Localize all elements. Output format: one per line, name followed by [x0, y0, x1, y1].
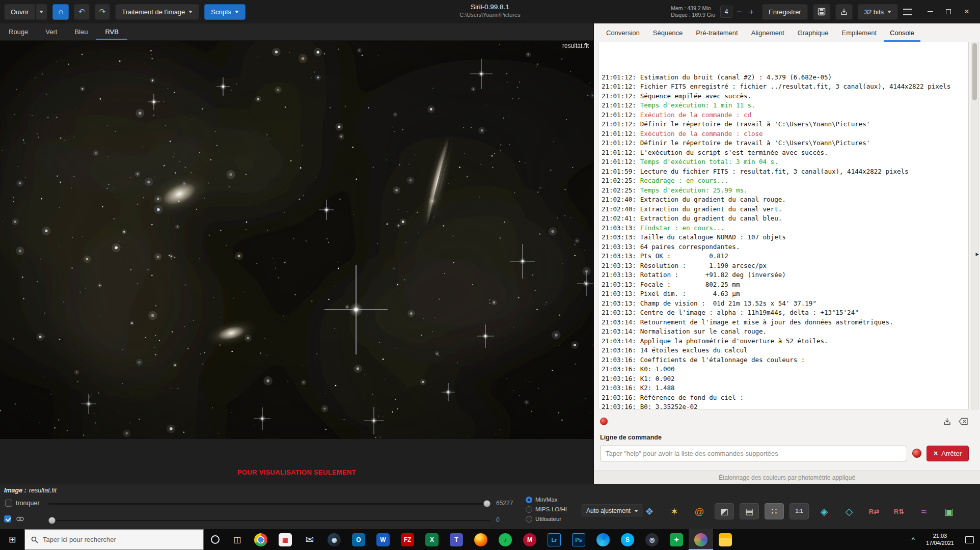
- taskbar-app-explorer[interactable]: [713, 529, 738, 550]
- taskbar-app-mail[interactable]: ✉: [297, 529, 322, 550]
- console-scrollbar[interactable]: [971, 42, 978, 409]
- scripts-menu[interactable]: Scripts: [204, 4, 246, 20]
- save-as-button[interactable]: [813, 4, 830, 20]
- taskbar-app-outlook[interactable]: O: [346, 529, 371, 550]
- taskbar-app-skype[interactable]: S: [615, 529, 640, 550]
- astro-image[interactable]: [0, 41, 593, 439]
- export-log-button[interactable]: [942, 416, 952, 427]
- taskbar-app-firefox[interactable]: [469, 529, 493, 550]
- open-dropdown-button[interactable]: [35, 4, 47, 20]
- notification-center-icon[interactable]: [965, 536, 974, 543]
- taskbar-app-photoshop[interactable]: Ps: [566, 529, 591, 550]
- taskbar-app-chrome[interactable]: [249, 529, 273, 550]
- maximize-button[interactable]: [939, 3, 958, 20]
- display-mode-user[interactable]: Utilisateur: [526, 514, 567, 524]
- taskbar-app-sharex[interactable]: ✦: [664, 529, 689, 550]
- tab-rouge[interactable]: Rouge: [0, 23, 37, 40]
- task-view-button[interactable]: ◫: [226, 529, 249, 550]
- star-detection-icon[interactable]: ✶: [665, 503, 684, 519]
- minimize-button[interactable]: [921, 3, 939, 20]
- close-button[interactable]: ×: [958, 3, 976, 20]
- annotations-icon[interactable]: @: [690, 503, 709, 519]
- panel-expand-arrow[interactable]: ▸: [975, 251, 979, 257]
- tab-conversion[interactable]: Conversion: [600, 23, 646, 42]
- zoom-one-icon[interactable]: 1:1: [790, 503, 809, 519]
- display-mode-mips[interactable]: MIPS-LO/HI: [526, 505, 567, 514]
- slider-track[interactable]: [48, 520, 491, 521]
- taskbar-clock[interactable]: 21:03 17/04/2021: [926, 533, 954, 546]
- pixel-grid-icon[interactable]: ∷: [765, 503, 784, 519]
- compositing-icon[interactable]: ❖: [640, 503, 659, 519]
- low-threshold-slider[interactable]: [48, 517, 491, 524]
- tab-pretraitement[interactable]: Pré-traitement: [690, 23, 744, 42]
- histogram-icon[interactable]: ≈: [914, 503, 934, 519]
- thread-increase-button[interactable]: +: [746, 6, 757, 17]
- rgb-split-icon[interactable]: R⇄: [864, 503, 884, 519]
- command-input[interactable]: [600, 446, 907, 461]
- console-log[interactable]: 21:01:12:Estimation du bruit (canal #2) …: [598, 42, 969, 409]
- slider-handle[interactable]: [483, 500, 491, 507]
- taskbar-app-mcafee[interactable]: M: [518, 529, 542, 550]
- taskbar-app-teams[interactable]: T: [444, 529, 469, 550]
- rgb-align-icon[interactable]: R⇅: [889, 503, 909, 519]
- hamburger-menu-button[interactable]: [903, 9, 912, 15]
- display-mode-minmax[interactable]: Min/Max: [526, 495, 567, 504]
- console-line: 21:01:12:Exécution de la commande : cd: [602, 111, 965, 120]
- tab-empilement[interactable]: Empilement: [835, 23, 883, 42]
- thread-decrease-button[interactable]: −: [733, 6, 745, 17]
- undo-button[interactable]: ↶: [74, 4, 90, 20]
- tab-vert[interactable]: Vert: [37, 23, 66, 40]
- scrollbar-thumb[interactable]: [972, 43, 977, 100]
- home-button[interactable]: ⌂: [52, 4, 69, 20]
- start-button[interactable]: ⊞: [0, 529, 24, 550]
- image-viewport[interactable]: resultat.fit POUR VISUALISATION SEULEMEN…: [0, 41, 593, 484]
- image-stack-icon[interactable]: ▣: [939, 503, 959, 519]
- redo-button[interactable]: ↷: [95, 4, 111, 20]
- taskbar-app-filezilla[interactable]: FZ: [395, 529, 420, 550]
- console-line: 21:03:13:Focale : 802.25 mm: [602, 280, 965, 290]
- console-line: 21:03:16:14 étoiles exclues du calcul: [602, 346, 965, 355]
- taskbar-app-spotify[interactable]: ♪: [493, 529, 518, 550]
- recording-indicator-icon: [600, 418, 608, 425]
- taskbar-search[interactable]: Taper ici pour rechercher: [24, 529, 204, 550]
- tab-rvb[interactable]: RVB: [96, 23, 127, 40]
- cortana-button[interactable]: [204, 529, 226, 550]
- export-button[interactable]: [835, 4, 853, 20]
- image-processing-menu[interactable]: Traitement de l'image: [115, 4, 199, 20]
- taskbar-app-edge[interactable]: [591, 529, 615, 550]
- high-threshold-slider[interactable]: [48, 500, 491, 507]
- console-line: 21:03:16:K0: 1.000: [602, 365, 965, 374]
- save-button[interactable]: Enregistrer: [762, 4, 808, 20]
- taskbar-app-siril[interactable]: [689, 529, 713, 550]
- photometry-icon[interactable]: ◇: [839, 503, 859, 519]
- slider-track[interactable]: [48, 503, 491, 505]
- tray-overflow-chevron[interactable]: ^: [912, 536, 915, 543]
- taskbar-app-store[interactable]: ▦: [273, 529, 297, 550]
- network-status-icon[interactable]: [912, 449, 921, 458]
- bit-depth-dropdown[interactable]: 32 bits: [858, 4, 898, 20]
- background-extraction-icon[interactable]: ▤: [740, 503, 759, 519]
- astrometry-icon[interactable]: ◈: [814, 503, 834, 519]
- link-channels-checkbox[interactable]: [4, 515, 11, 522]
- tab-sequence[interactable]: Séquence: [647, 23, 689, 42]
- taskbar-app-word[interactable]: W: [371, 529, 395, 550]
- task-view-icon: ◫: [233, 535, 241, 544]
- taskbar-app-steam[interactable]: ◉: [322, 529, 346, 550]
- taskbar-app-lightroom[interactable]: Lr: [542, 529, 566, 550]
- tab-alignement[interactable]: Alignement: [745, 23, 791, 42]
- console-line: 21:03:14:Applique la photométrie d'ouver…: [602, 337, 965, 346]
- negative-view-icon[interactable]: ◩: [715, 503, 734, 519]
- console-line: 21:02:25:Recadrage : en cours...: [602, 176, 965, 186]
- stop-button[interactable]: ×Arrêter: [927, 446, 969, 461]
- clear-console-button[interactable]: [958, 417, 969, 426]
- open-button[interactable]: Ouvrir: [4, 4, 35, 20]
- tab-console[interactable]: Console: [884, 23, 920, 42]
- tab-bleu[interactable]: Bleu: [66, 23, 96, 40]
- taskbar-app-obs[interactable]: ◎: [640, 529, 664, 550]
- auto-adjust-dropdown[interactable]: Auto ajustement: [581, 504, 644, 517]
- tab-graphique[interactable]: Graphique: [792, 23, 835, 42]
- slider-handle[interactable]: [48, 517, 56, 524]
- app-title: Siril-0.99.8.1: [459, 3, 520, 11]
- truncate-checkbox[interactable]: tronquer: [5, 500, 40, 507]
- taskbar-app-excel[interactable]: X: [420, 529, 444, 550]
